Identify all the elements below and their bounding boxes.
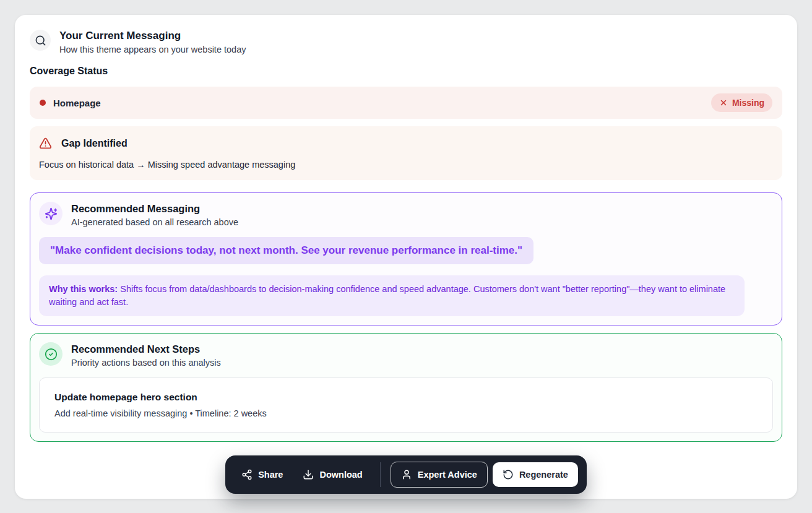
user-icon (401, 469, 412, 480)
share-button[interactable]: Share (234, 463, 290, 486)
header-text: Your Current Messaging How this theme ap… (59, 30, 246, 54)
download-button[interactable]: Download (295, 463, 369, 486)
check-circle-icon (39, 342, 63, 366)
status-badge: Missing (711, 93, 772, 112)
coverage-page-label: Homepage (53, 98, 101, 108)
status-dot-icon (40, 100, 46, 106)
sparkles-icon (39, 202, 63, 225)
gap-identified-card: Gap Identified Focus on historical data … (30, 126, 782, 180)
why-this-works-box: Why this works: Shifts focus from data/d… (39, 275, 745, 316)
expert-advice-button-label: Expert Advice (418, 470, 477, 480)
page-background: Your Current Messaging How this theme ap… (0, 0, 812, 513)
recommended-messaging-card: Recommended Messaging AI-generated based… (30, 192, 782, 325)
gap-description: Focus on historical data → Missing speed… (39, 160, 773, 170)
action-toolbar: Share Download Expert Advice Regenerate (225, 455, 587, 494)
page-subtitle: How this theme appears on your website t… (59, 45, 246, 54)
regenerate-button-label: Regenerate (519, 470, 568, 480)
toolbar-divider (380, 462, 381, 487)
recommended-quote: "Make confident decisions today, not nex… (39, 237, 533, 264)
expert-advice-button[interactable]: Expert Advice (391, 462, 488, 488)
next-steps-header-text: Recommended Next Steps Priority actions … (71, 342, 221, 368)
next-steps-header: Recommended Next Steps Priority actions … (39, 342, 773, 368)
page-title: Your Current Messaging (59, 30, 246, 42)
download-button-label: Download (319, 470, 362, 480)
gap-title: Gap Identified (61, 138, 127, 149)
action-title: Update homepage hero section (54, 392, 758, 403)
search-icon (30, 30, 51, 51)
recommended-messaging-header: Recommended Messaging AI-generated based… (39, 202, 773, 227)
coverage-row-homepage: Homepage Missing (30, 87, 782, 119)
why-label: Why this works: (49, 284, 118, 294)
action-detail: Add real-time visibility messaging • Tim… (54, 408, 758, 418)
rotate-ccw-icon (503, 469, 514, 480)
regenerate-button[interactable]: Regenerate (493, 462, 578, 487)
status-badge-label: Missing (732, 98, 764, 108)
recommended-messaging-title: Recommended Messaging (71, 203, 238, 215)
recommended-messaging-subtitle: AI-generated based on all research above (71, 217, 238, 227)
next-steps-title: Recommended Next Steps (71, 343, 221, 355)
current-messaging-header: Your Current Messaging How this theme ap… (30, 30, 782, 54)
next-steps-card: Recommended Next Steps Priority actions … (30, 333, 782, 442)
download-icon (303, 469, 314, 480)
warning-triangle-icon (39, 137, 52, 150)
why-text: Shifts focus from data/dashboards to dec… (49, 284, 725, 307)
recommended-messaging-header-text: Recommended Messaging AI-generated based… (71, 202, 238, 227)
action-item: Update homepage hero section Add real-ti… (39, 377, 773, 433)
share-button-label: Share (258, 470, 283, 480)
coverage-status-heading: Coverage Status (30, 66, 782, 77)
share-icon (241, 469, 253, 480)
coverage-row-left: Homepage (40, 98, 101, 108)
next-steps-subtitle: Priority actions based on this analysis (71, 358, 221, 368)
x-icon (719, 98, 728, 107)
gap-header: Gap Identified (39, 137, 773, 150)
main-card: Your Current Messaging How this theme ap… (15, 15, 797, 499)
